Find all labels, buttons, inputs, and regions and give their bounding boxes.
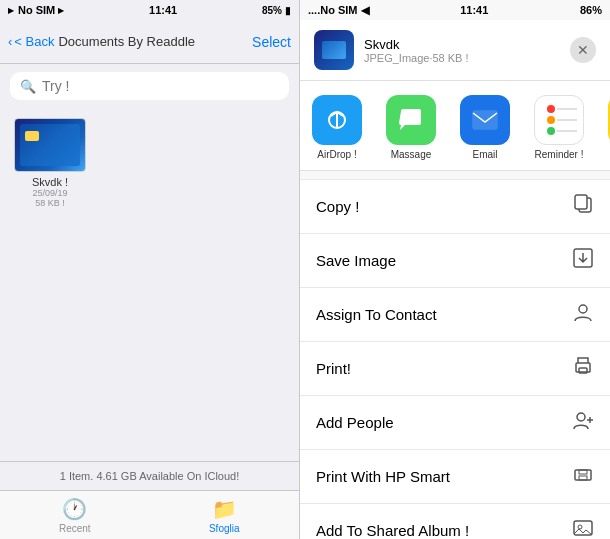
left-status-bar: ▸ No SIM ▸ 11:41 85% ▮ (0, 0, 299, 20)
message-label: Massage (391, 149, 432, 160)
save-image-icon (572, 247, 594, 274)
svg-point-16 (578, 525, 582, 529)
sfoglia-icon: 📁 (212, 497, 237, 521)
svg-point-11 (577, 413, 585, 421)
menu-list: Copy ! Save Image Assign To Contact (300, 171, 610, 539)
save-image-label: Save Image (316, 252, 396, 269)
share-airdrop[interactable]: AirDrop ! (300, 95, 374, 160)
left-carrier: ▸ No SIM ▸ (8, 4, 64, 17)
share-sheet-header: Skvdk JPEG_Image·58 KB ! ✕ (300, 20, 610, 81)
preview-meta: JPEG_Image·58 KB ! (364, 52, 560, 64)
search-bar: 🔍 (0, 64, 299, 108)
wifi-icon: ▸ (8, 4, 14, 17)
menu-item-print[interactable]: Print! (300, 342, 610, 396)
svg-rect-1 (473, 111, 497, 129)
file-date: 25/09/19 (32, 188, 67, 198)
tab-recent-label: Recent (59, 523, 91, 534)
file-preview-info: Skvdk JPEG_Image·58 KB ! (364, 37, 560, 64)
share-more[interactable] (596, 95, 610, 160)
message-icon (386, 95, 436, 145)
airdrop-label: AirDrop ! (317, 149, 356, 160)
print-icon (572, 355, 594, 382)
share-reminder[interactable]: Reminder ! (522, 95, 596, 160)
tab-recent[interactable]: 🕐 Recent (0, 497, 150, 534)
print-hp-icon (572, 463, 594, 490)
menu-item-shared-album[interactable]: Add To Shared Album ! (300, 504, 610, 539)
menu-item-print-hp[interactable]: Print With HP Smart (300, 450, 610, 504)
svg-rect-6 (575, 195, 587, 209)
right-panel: ....No SIM ◀ 11:41 86% Skvdk JPEG_Image·… (300, 0, 610, 539)
card-chip (25, 131, 39, 141)
left-time: 11:41 (149, 4, 177, 16)
share-actions-row: AirDrop ! Massage Email (300, 81, 610, 171)
share-email[interactable]: Email (448, 95, 522, 160)
copy-label: Copy ! (316, 198, 359, 215)
assign-contact-icon (572, 301, 594, 328)
preview-name: Skvdk (364, 37, 560, 52)
menu-item-add-people[interactable]: Add People (300, 396, 610, 450)
airdrop-icon (312, 95, 362, 145)
menu-item-copy[interactable]: Copy ! (300, 179, 610, 234)
list-item[interactable]: Skvdk ! 25/09/19 58 KB ! (10, 118, 90, 208)
bottom-status: 1 Item. 4.61 GB Available On ICloud! (0, 461, 299, 490)
select-button[interactable]: Select (252, 34, 291, 50)
reminder-icon (534, 95, 584, 145)
close-button[interactable]: ✕ (570, 37, 596, 63)
file-preview-icon (314, 30, 354, 70)
left-battery: 85% ▮ (262, 5, 291, 16)
menu-item-save-image[interactable]: Save Image (300, 234, 610, 288)
add-people-icon (572, 409, 594, 436)
recent-icon: 🕐 (62, 497, 87, 521)
email-icon (460, 95, 510, 145)
shared-album-icon (572, 517, 594, 539)
file-thumbnail (14, 118, 86, 172)
print-hp-label: Print With HP Smart (316, 468, 450, 485)
email-label: Email (472, 149, 497, 160)
share-message[interactable]: Massage (374, 95, 448, 160)
back-button[interactable]: ‹ < Back (8, 34, 54, 49)
search-container: 🔍 (10, 72, 289, 100)
menu-item-assign-contact[interactable]: Assign To Contact (300, 288, 610, 342)
right-carrier: ....No SIM ◀ (308, 4, 369, 17)
tab-sfoglia-label: Sfoglia (209, 523, 240, 534)
search-icon: 🔍 (20, 79, 36, 94)
back-chevron-icon: ‹ (8, 34, 12, 49)
reminder-label: Reminder ! (535, 149, 584, 160)
svg-point-8 (579, 305, 587, 313)
print-label: Print! (316, 360, 351, 377)
right-battery: 86% (580, 4, 602, 16)
search-input[interactable] (42, 78, 279, 94)
file-name: Skvdk ! (32, 176, 68, 188)
file-size: 58 KB ! (35, 198, 65, 208)
nav-bar: ‹ < Back Documents By Readdle Select (0, 20, 299, 64)
right-status-bar: ....No SIM ◀ 11:41 86% (300, 0, 610, 20)
copy-icon (572, 193, 594, 220)
left-panel: ▸ No SIM ▸ 11:41 85% ▮ ‹ < Back Document… (0, 0, 300, 539)
battery-icon: ▮ (285, 5, 291, 16)
assign-contact-label: Assign To Contact (316, 306, 437, 323)
svg-rect-10 (579, 368, 587, 373)
tab-bar: 🕐 Recent 📁 Sfoglia (0, 490, 299, 539)
svg-rect-12 (575, 470, 591, 480)
shared-album-label: Add To Shared Album ! (316, 522, 469, 539)
file-grid: Skvdk ! 25/09/19 58 KB ! (0, 108, 299, 461)
right-time: 11:41 (460, 4, 488, 16)
add-people-label: Add People (316, 414, 394, 431)
nav-title: Documents By Readdle (58, 34, 248, 49)
tab-sfoglia[interactable]: 📁 Sfoglia (150, 497, 300, 534)
